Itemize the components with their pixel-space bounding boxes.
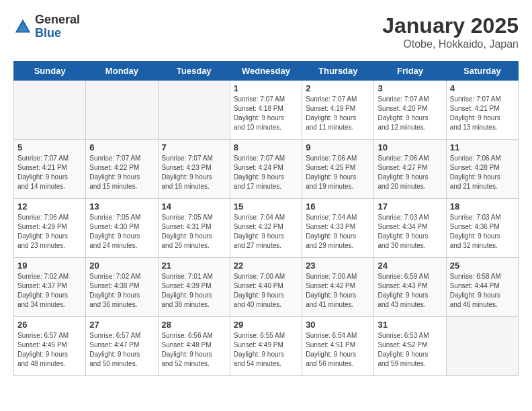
- day-info: Sunrise: 6:57 AM Sunset: 4:45 PM Dayligh…: [17, 331, 82, 369]
- day-info: Sunrise: 7:00 AM Sunset: 4:40 PM Dayligh…: [234, 272, 298, 310]
- day-cell: 27Sunrise: 6:57 AM Sunset: 4:47 PM Dayli…: [86, 317, 158, 376]
- day-cell: 24Sunrise: 6:59 AM Sunset: 4:43 PM Dayli…: [374, 258, 446, 317]
- day-info: Sunrise: 7:04 AM Sunset: 4:32 PM Dayligh…: [234, 213, 298, 250]
- day-info: Sunrise: 7:07 AM Sunset: 4:19 PM Dayligh…: [306, 95, 370, 132]
- day-number: 3: [378, 83, 442, 93]
- day-number: 15: [234, 201, 298, 212]
- day-number: 13: [89, 201, 154, 212]
- day-number: 27: [89, 320, 154, 330]
- weekday-header-tuesday: Tuesday: [158, 62, 230, 81]
- day-info: Sunrise: 7:05 AM Sunset: 4:30 PM Dayligh…: [89, 213, 154, 250]
- day-info: Sunrise: 7:07 AM Sunset: 4:24 PM Dayligh…: [234, 154, 298, 191]
- day-cell: 16Sunrise: 7:04 AM Sunset: 4:33 PM Dayli…: [302, 199, 374, 258]
- day-number: 4: [450, 83, 515, 93]
- week-row-4: 19Sunrise: 7:02 AM Sunset: 4:37 PM Dayli…: [14, 258, 519, 317]
- day-info: Sunrise: 7:07 AM Sunset: 4:20 PM Dayligh…: [378, 95, 442, 132]
- day-cell: 20Sunrise: 7:02 AM Sunset: 4:38 PM Dayli…: [86, 258, 158, 317]
- day-info: Sunrise: 7:06 AM Sunset: 4:25 PM Dayligh…: [306, 154, 370, 191]
- weekday-header-row: SundayMondayTuesdayWednesdayThursdayFrid…: [14, 62, 519, 81]
- day-info: Sunrise: 7:06 AM Sunset: 4:27 PM Dayligh…: [378, 154, 442, 191]
- week-row-1: 1Sunrise: 7:07 AM Sunset: 4:18 PM Daylig…: [14, 81, 519, 140]
- day-cell: [158, 81, 230, 140]
- day-number: 18: [450, 201, 515, 212]
- day-info: Sunrise: 7:03 AM Sunset: 4:34 PM Dayligh…: [378, 213, 442, 250]
- day-cell: 18Sunrise: 7:03 AM Sunset: 4:36 PM Dayli…: [446, 199, 518, 258]
- day-cell: 19Sunrise: 7:02 AM Sunset: 4:37 PM Dayli…: [14, 258, 86, 317]
- day-number: 12: [17, 201, 82, 212]
- day-info: Sunrise: 7:03 AM Sunset: 4:36 PM Dayligh…: [450, 213, 515, 250]
- day-number: 25: [450, 261, 515, 271]
- day-cell: 22Sunrise: 7:00 AM Sunset: 4:40 PM Dayli…: [230, 258, 302, 317]
- day-info: Sunrise: 6:57 AM Sunset: 4:47 PM Dayligh…: [89, 331, 154, 369]
- day-info: Sunrise: 7:01 AM Sunset: 4:39 PM Dayligh…: [162, 272, 226, 310]
- day-info: Sunrise: 7:07 AM Sunset: 4:22 PM Dayligh…: [89, 154, 154, 191]
- day-info: Sunrise: 7:06 AM Sunset: 4:28 PM Dayligh…: [450, 154, 515, 191]
- day-cell: 13Sunrise: 7:05 AM Sunset: 4:30 PM Dayli…: [86, 199, 158, 258]
- day-info: Sunrise: 7:04 AM Sunset: 4:33 PM Dayligh…: [306, 213, 370, 250]
- day-cell: 26Sunrise: 6:57 AM Sunset: 4:45 PM Dayli…: [14, 317, 86, 376]
- day-info: Sunrise: 7:07 AM Sunset: 4:21 PM Dayligh…: [450, 95, 515, 132]
- logo-general-text: General: [35, 13, 80, 27]
- logo-blue-text: Blue: [35, 27, 80, 40]
- day-cell: 1Sunrise: 7:07 AM Sunset: 4:18 PM Daylig…: [230, 81, 302, 140]
- page-subtitle: Otobe, Hokkaido, Japan: [382, 38, 519, 50]
- day-number: 14: [162, 201, 226, 212]
- day-cell: 8Sunrise: 7:07 AM Sunset: 4:24 PM Daylig…: [230, 140, 302, 199]
- day-number: 26: [17, 320, 82, 330]
- day-number: 5: [17, 142, 82, 152]
- day-number: 16: [306, 201, 370, 212]
- day-info: Sunrise: 6:54 AM Sunset: 4:51 PM Dayligh…: [306, 331, 370, 369]
- weekday-header-monday: Monday: [86, 62, 158, 81]
- day-number: 29: [234, 320, 298, 330]
- day-info: Sunrise: 7:07 AM Sunset: 4:21 PM Dayligh…: [17, 154, 82, 191]
- day-number: 7: [162, 142, 226, 152]
- day-cell: 12Sunrise: 7:06 AM Sunset: 4:29 PM Dayli…: [14, 199, 86, 258]
- weekday-header-sunday: Sunday: [14, 62, 86, 81]
- day-cell: 14Sunrise: 7:05 AM Sunset: 4:31 PM Dayli…: [158, 199, 230, 258]
- weekday-header-saturday: Saturday: [446, 62, 518, 81]
- day-cell: 29Sunrise: 6:55 AM Sunset: 4:49 PM Dayli…: [230, 317, 302, 376]
- day-cell: [14, 81, 86, 140]
- day-info: Sunrise: 6:55 AM Sunset: 4:49 PM Dayligh…: [234, 331, 298, 369]
- day-cell: 4Sunrise: 7:07 AM Sunset: 4:21 PM Daylig…: [446, 81, 518, 140]
- day-number: 31: [378, 320, 442, 330]
- day-cell: 2Sunrise: 7:07 AM Sunset: 4:19 PM Daylig…: [302, 81, 374, 140]
- day-cell: 3Sunrise: 7:07 AM Sunset: 4:20 PM Daylig…: [374, 81, 446, 140]
- day-info: Sunrise: 7:02 AM Sunset: 4:38 PM Dayligh…: [89, 272, 154, 310]
- day-number: 10: [378, 142, 442, 152]
- logo: General Blue: [13, 13, 80, 40]
- day-number: 6: [89, 142, 154, 152]
- day-cell: 6Sunrise: 7:07 AM Sunset: 4:22 PM Daylig…: [86, 140, 158, 199]
- weekday-header-thursday: Thursday: [302, 62, 374, 81]
- day-number: 24: [378, 261, 442, 271]
- page-header: General Blue January 2025 Otobe, Hokkaid…: [13, 13, 519, 50]
- day-number: 21: [162, 261, 226, 271]
- page-title: January 2025: [382, 13, 519, 38]
- day-number: 20: [89, 261, 154, 271]
- day-number: 23: [306, 261, 370, 271]
- day-cell: 28Sunrise: 6:56 AM Sunset: 4:48 PM Dayli…: [158, 317, 230, 376]
- logo-text: General Blue: [35, 13, 80, 40]
- logo-icon: [13, 17, 32, 36]
- day-cell: 30Sunrise: 6:54 AM Sunset: 4:51 PM Dayli…: [302, 317, 374, 376]
- day-number: 22: [234, 261, 298, 271]
- day-cell: 15Sunrise: 7:04 AM Sunset: 4:32 PM Dayli…: [230, 199, 302, 258]
- day-number: 11: [450, 142, 515, 152]
- day-cell: 10Sunrise: 7:06 AM Sunset: 4:27 PM Dayli…: [374, 140, 446, 199]
- week-row-2: 5Sunrise: 7:07 AM Sunset: 4:21 PM Daylig…: [14, 140, 519, 199]
- day-number: 28: [162, 320, 226, 330]
- day-number: 17: [378, 201, 442, 212]
- day-cell: 9Sunrise: 7:06 AM Sunset: 4:25 PM Daylig…: [302, 140, 374, 199]
- calendar-table: SundayMondayTuesdayWednesdayThursdayFrid…: [13, 61, 519, 376]
- day-number: 8: [234, 142, 298, 152]
- day-info: Sunrise: 7:07 AM Sunset: 4:18 PM Dayligh…: [234, 95, 298, 132]
- day-info: Sunrise: 7:06 AM Sunset: 4:29 PM Dayligh…: [17, 213, 82, 250]
- day-number: 30: [306, 320, 370, 330]
- day-cell: 21Sunrise: 7:01 AM Sunset: 4:39 PM Dayli…: [158, 258, 230, 317]
- day-number: 19: [17, 261, 82, 271]
- day-info: Sunrise: 7:07 AM Sunset: 4:23 PM Dayligh…: [162, 154, 226, 191]
- day-cell: 5Sunrise: 7:07 AM Sunset: 4:21 PM Daylig…: [14, 140, 86, 199]
- day-cell: 25Sunrise: 6:58 AM Sunset: 4:44 PM Dayli…: [446, 258, 518, 317]
- day-cell: 7Sunrise: 7:07 AM Sunset: 4:23 PM Daylig…: [158, 140, 230, 199]
- day-info: Sunrise: 6:56 AM Sunset: 4:48 PM Dayligh…: [162, 331, 226, 369]
